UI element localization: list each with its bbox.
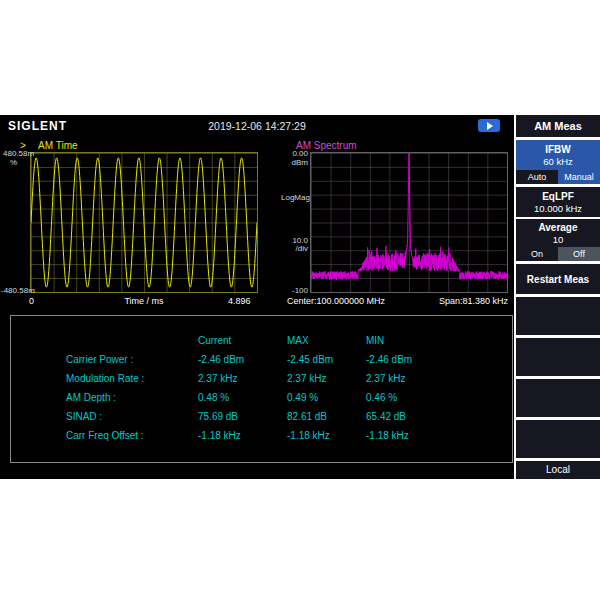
ifbw-label: IFBW [545, 143, 571, 156]
row-label: AM Depth : [66, 391, 116, 405]
am-spectrum-center-freq: Center:100.000000 MHz [287, 297, 385, 306]
ifbw-auto-option[interactable]: Auto [516, 170, 558, 184]
row-label: Carrier Power : [66, 353, 133, 367]
am-spectrum-ref-level: 0.00 [278, 150, 308, 158]
am-spectrum-trace [311, 153, 507, 292]
softkey-empty [516, 338, 600, 376]
am-time-x-label: Time / ms [30, 297, 258, 306]
softkey-empty [516, 379, 600, 417]
row-value: 2.37 kHz [198, 372, 237, 386]
average-on-option[interactable]: On [516, 247, 558, 261]
am-spectrum-y-unit: dBm [278, 159, 308, 167]
average-button[interactable]: Average 10 [516, 219, 600, 247]
row-value: -1.18 kHz [198, 429, 241, 443]
soft-menu-sidebar: AM Meas IFBW 60 kHz Auto Manual EqLPF 10… [516, 115, 600, 479]
am-spectrum-span: Span:81.380 kHz [400, 297, 508, 306]
am-time-title-text: AM Time [38, 140, 77, 151]
main-display: SIGLENT 2019-12-06 14:27:29 > AM Time 48… [0, 115, 514, 479]
datetime-label: 2019-12-06 14:27:29 [0, 120, 514, 132]
row-value: 75.69 dB [198, 410, 238, 424]
row-value: 2.37 kHz [366, 372, 405, 386]
average-off-option[interactable]: Off [558, 247, 600, 261]
ifbw-manual-option[interactable]: Manual [558, 170, 600, 184]
row-value: -1.18 kHz [366, 429, 409, 443]
restart-meas-button[interactable]: Restart Meas [516, 264, 600, 294]
eqlpf-value: 10.000 kHz [534, 203, 582, 215]
row-value: 0.46 % [366, 391, 397, 405]
instrument-screen: SIGLENT 2019-12-06 14:27:29 > AM Time 48… [0, 115, 600, 479]
ifbw-mode-toggle: Auto Manual [516, 170, 600, 184]
am-spectrum-scale-label: LogMag [281, 194, 310, 202]
ifbw-button[interactable]: IFBW 60 kHz [516, 140, 600, 170]
usb-arrow-icon [487, 122, 493, 130]
eqlpf-button[interactable]: EqLPF 10.000 kHz [516, 187, 600, 217]
menu-title: AM Meas [516, 115, 600, 137]
softkey-empty [516, 420, 600, 458]
usb-status-icon [478, 119, 500, 132]
am-time-x-end: 4.896 [228, 297, 251, 306]
table-row: AM Depth :0.48 %0.49 %0.46 % [11, 391, 512, 405]
am-time-y-max: 480.58m [3, 150, 34, 158]
row-value: 0.49 % [287, 391, 318, 405]
am-spectrum-plot [310, 152, 508, 293]
softkey-empty [516, 297, 600, 335]
am-spectrum-per-div-suffix: /div [278, 245, 308, 253]
row-value: 0.48 % [198, 391, 229, 405]
average-label: Average [538, 221, 577, 234]
row-value: -2.45 dBm [287, 353, 333, 367]
table-row: Carrier Power :-2.46 dBm-2.45 dBm-2.46 d… [11, 353, 512, 367]
table-header-min: MIN [366, 334, 384, 348]
am-time-waveform [31, 153, 257, 292]
am-time-plot [30, 152, 258, 293]
row-label: SINAD : [66, 410, 102, 424]
row-value: 65.42 dB [366, 410, 406, 424]
am-spectrum-y-min: -100 [278, 287, 308, 295]
table-header-row: CurrentMAXMIN [11, 334, 512, 348]
row-value: 2.37 kHz [287, 372, 326, 386]
ifbw-value: 60 kHz [543, 156, 573, 168]
row-label: Carr Freq Offset : [66, 429, 144, 443]
row-value: -1.18 kHz [287, 429, 330, 443]
eqlpf-label: EqLPF [542, 190, 574, 203]
row-value: -2.46 dBm [366, 353, 412, 367]
am-time-y-min: -480.58m [1, 287, 35, 295]
table-header-max: MAX [287, 334, 309, 348]
status-bar: SIGLENT 2019-12-06 14:27:29 [0, 115, 514, 137]
row-label: Modulation Rate : [66, 372, 144, 386]
row-value: 82.61 dB [287, 410, 327, 424]
measurement-table: CurrentMAXMINCarrier Power :-2.46 dBm-2.… [10, 315, 513, 463]
table-row: SINAD :75.69 dB82.61 dB65.42 dB [11, 410, 512, 424]
table-row: Carr Freq Offset :-1.18 kHz-1.18 kHz-1.1… [11, 429, 512, 443]
local-button[interactable]: Local [516, 461, 600, 479]
table-row: Modulation Rate :2.37 kHz2.37 kHz2.37 kH… [11, 372, 512, 386]
row-value: -2.46 dBm [198, 353, 244, 367]
table-header-current: Current [198, 334, 231, 348]
average-toggle: On Off [516, 247, 600, 261]
average-value: 10 [553, 234, 564, 246]
am-time-y-unit: % [10, 159, 17, 167]
